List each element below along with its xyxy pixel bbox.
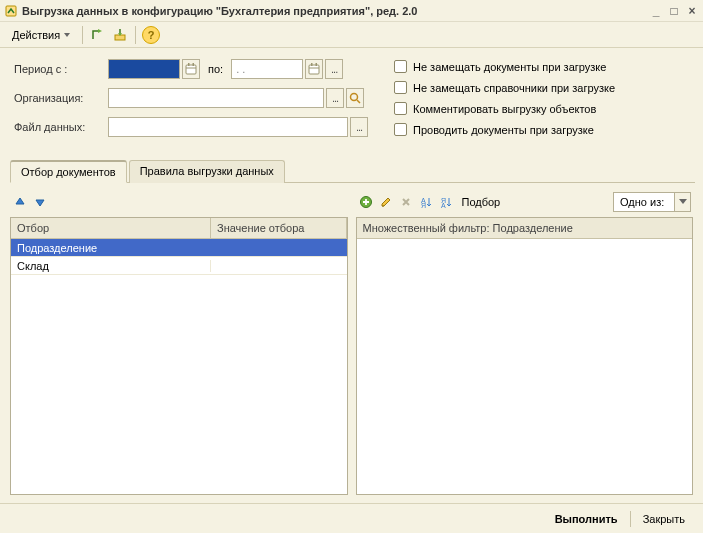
tab-filter-docs[interactable]: Отбор документов bbox=[10, 160, 127, 183]
period-from-calendar-button[interactable] bbox=[182, 59, 200, 79]
execute-toolbar-icon[interactable] bbox=[89, 26, 107, 44]
separator bbox=[135, 26, 136, 44]
help-icon[interactable]: ? bbox=[142, 26, 160, 44]
svg-rect-2 bbox=[186, 65, 196, 74]
svg-rect-0 bbox=[6, 6, 16, 16]
period-to-input[interactable]: . . bbox=[231, 59, 303, 79]
add-icon[interactable] bbox=[358, 194, 374, 210]
tab-content: Отбор Значение отбора Подразделение Скла… bbox=[0, 183, 703, 503]
multi-filter-header: Множественный фильтр: Подразделение bbox=[357, 218, 693, 239]
multi-filter-grid: Множественный фильтр: Подразделение bbox=[356, 217, 694, 495]
col-filter-header[interactable]: Отбор bbox=[11, 218, 211, 238]
svg-rect-9 bbox=[316, 63, 318, 66]
svg-rect-4 bbox=[188, 63, 190, 66]
checkbox-no-replace-refs[interactable]: Не замещать справочники при загрузке bbox=[394, 81, 689, 94]
checkbox-no-replace-docs[interactable]: Не замещать документы при загрузке bbox=[394, 60, 689, 73]
filter-grid-header: Отбор Значение отбора bbox=[11, 218, 347, 239]
sort-asc-icon[interactable]: AЯ bbox=[418, 194, 434, 210]
table-row[interactable]: Подразделение bbox=[11, 239, 347, 257]
period-to-calendar-button[interactable] bbox=[305, 59, 323, 79]
chevron-down-icon bbox=[674, 193, 690, 211]
datafile-label: Файл данных: bbox=[14, 121, 108, 133]
filter-grid-body[interactable]: Подразделение Склад bbox=[11, 239, 347, 494]
app-icon bbox=[4, 4, 18, 18]
checkbox-icon bbox=[394, 102, 407, 115]
separator bbox=[82, 26, 83, 44]
datafile-inputs: ... bbox=[108, 117, 374, 137]
execute-button[interactable]: Выполнить bbox=[547, 510, 626, 528]
close-button-footer[interactable]: Закрыть bbox=[635, 510, 693, 528]
chevron-down-icon bbox=[64, 33, 70, 37]
multi-filter-col-header[interactable]: Множественный фильтр: Подразделение bbox=[357, 218, 693, 238]
checkbox-icon bbox=[394, 123, 407, 136]
maximize-button[interactable]: □ bbox=[667, 4, 681, 18]
footer: Выполнить Закрыть bbox=[0, 503, 703, 533]
load-toolbar-icon[interactable] bbox=[111, 26, 129, 44]
checkbox-icon bbox=[394, 81, 407, 94]
titlebar: Выгрузка данных в конфигурацию "Бухгалте… bbox=[0, 0, 703, 22]
form-right: Не замещать документы при загрузке Не за… bbox=[394, 58, 689, 145]
filter-grid: Отбор Значение отбора Подразделение Скла… bbox=[10, 217, 348, 495]
organization-inputs: ... bbox=[108, 88, 374, 108]
datafile-row: Файл данных: ... bbox=[14, 116, 374, 138]
form-area: Период с : по: . . bbox=[0, 48, 703, 145]
multi-filter-body[interactable] bbox=[357, 239, 693, 494]
period-from-input[interactable] bbox=[108, 59, 180, 79]
svg-point-10 bbox=[351, 94, 358, 101]
tabs: Отбор документов Правила выгрузки данных bbox=[10, 159, 695, 183]
svg-text:Я: Я bbox=[421, 202, 426, 209]
svg-line-11 bbox=[357, 100, 360, 103]
svg-text:A: A bbox=[441, 202, 446, 209]
period-row: Период с : по: . . bbox=[14, 58, 374, 80]
left-panel-toolbar bbox=[10, 191, 348, 213]
organization-select-button[interactable]: ... bbox=[326, 88, 344, 108]
window: Выгрузка данных в конфигурацию "Бухгалте… bbox=[0, 0, 703, 533]
datafile-select-button[interactable]: ... bbox=[350, 117, 368, 137]
table-row[interactable]: Склад bbox=[11, 257, 347, 275]
sort-desc-icon[interactable]: ЯA bbox=[438, 194, 454, 210]
organization-label: Организация: bbox=[14, 92, 108, 104]
delete-icon[interactable] bbox=[398, 194, 414, 210]
actions-label: Действия bbox=[12, 29, 60, 41]
window-buttons: _ □ × bbox=[649, 4, 699, 18]
podbo-button[interactable]: Подбор bbox=[458, 196, 505, 208]
svg-rect-5 bbox=[193, 63, 195, 66]
datafile-input[interactable] bbox=[108, 117, 348, 137]
move-down-icon[interactable] bbox=[32, 194, 48, 210]
organization-row: Организация: ... bbox=[14, 87, 374, 109]
period-select-button[interactable]: ... bbox=[325, 59, 343, 79]
organization-input[interactable] bbox=[108, 88, 324, 108]
close-button[interactable]: × bbox=[685, 4, 699, 18]
period-inputs: по: . . ... bbox=[108, 59, 343, 79]
left-panel: Отбор Значение отбора Подразделение Скла… bbox=[10, 191, 348, 495]
actions-menu-button[interactable]: Действия bbox=[6, 27, 76, 43]
minimize-button[interactable]: _ bbox=[649, 4, 663, 18]
filter-mode-combo[interactable]: Одно из: bbox=[613, 192, 691, 212]
move-up-icon[interactable] bbox=[12, 194, 28, 210]
separator bbox=[630, 511, 631, 527]
svg-rect-8 bbox=[311, 63, 313, 66]
checkbox-post-docs[interactable]: Проводить документы при загрузке bbox=[394, 123, 689, 136]
svg-rect-6 bbox=[309, 65, 319, 74]
period-to-label: по: bbox=[202, 63, 229, 75]
right-panel-toolbar: AЯ ЯA Подбор Одно из: bbox=[356, 191, 694, 213]
period-label: Период с : bbox=[14, 63, 108, 75]
organization-search-button[interactable] bbox=[346, 88, 364, 108]
col-value-header[interactable]: Значение отбора bbox=[211, 218, 347, 238]
tab-export-rules[interactable]: Правила выгрузки данных bbox=[129, 160, 285, 183]
edit-icon[interactable] bbox=[378, 194, 394, 210]
checkbox-comment-export[interactable]: Комментировать выгрузку объектов bbox=[394, 102, 689, 115]
form-left: Период с : по: . . bbox=[14, 58, 374, 145]
checkbox-icon bbox=[394, 60, 407, 73]
toolbar: Действия ? bbox=[0, 22, 703, 48]
window-title: Выгрузка данных в конфигурацию "Бухгалте… bbox=[22, 5, 649, 17]
right-panel: AЯ ЯA Подбор Одно из: Множеств bbox=[356, 191, 694, 495]
